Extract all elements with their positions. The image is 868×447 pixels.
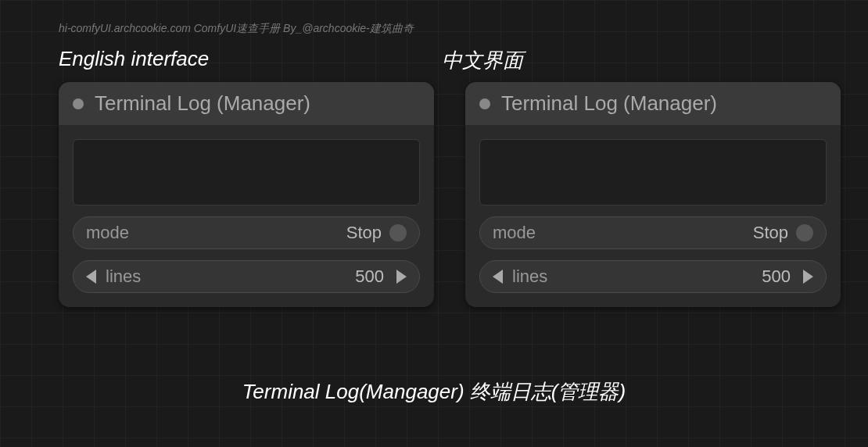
mode-label: mode	[493, 223, 753, 243]
node-title: Terminal Log (Manager)	[95, 91, 310, 116]
arrow-left-icon[interactable]	[493, 270, 503, 284]
lines-value: 500	[355, 266, 384, 287]
lines-widget[interactable]: lines 500	[73, 260, 420, 293]
lines-label: lines	[512, 266, 762, 287]
collapse-dot-icon[interactable]	[479, 98, 490, 109]
node-chinese[interactable]: Terminal Log (Manager) mode Stop lines 5…	[465, 82, 841, 307]
arrow-right-icon[interactable]	[396, 270, 407, 284]
section-label-chinese: 中文界面	[442, 47, 523, 74]
collapse-dot-icon[interactable]	[73, 98, 84, 109]
lines-value: 500	[762, 266, 791, 287]
mode-widget[interactable]: mode Stop	[73, 216, 420, 249]
arrow-left-icon[interactable]	[86, 270, 96, 284]
toggle-dot-icon[interactable]	[389, 224, 407, 241]
toggle-dot-icon[interactable]	[796, 224, 813, 241]
lines-widget[interactable]: lines 500	[479, 260, 827, 293]
node-header[interactable]: Terminal Log (Manager)	[59, 82, 434, 125]
node-header[interactable]: Terminal Log (Manager)	[465, 82, 841, 125]
section-label-english: English interface	[59, 47, 209, 71]
node-body: mode Stop lines 500	[59, 125, 434, 307]
node-english[interactable]: Terminal Log (Manager) mode Stop lines 5…	[59, 82, 434, 307]
node-body: mode Stop lines 500	[465, 125, 841, 307]
mode-value: Stop	[753, 223, 788, 243]
mode-label: mode	[86, 223, 346, 243]
mode-value: Stop	[346, 223, 382, 243]
mode-widget[interactable]: mode Stop	[479, 216, 827, 249]
arrow-right-icon[interactable]	[803, 270, 813, 284]
lines-label: lines	[106, 266, 355, 287]
bottom-caption: Terminal Log(Mangager) 终端日志(管理器)	[0, 378, 868, 406]
terminal-output-area[interactable]	[73, 139, 420, 206]
node-title: Terminal Log (Manager)	[501, 91, 717, 116]
terminal-output-area[interactable]	[479, 139, 827, 206]
watermark-text: hi-comfyUI.archcookie.com ComfyUI速查手册 By…	[59, 22, 414, 36]
